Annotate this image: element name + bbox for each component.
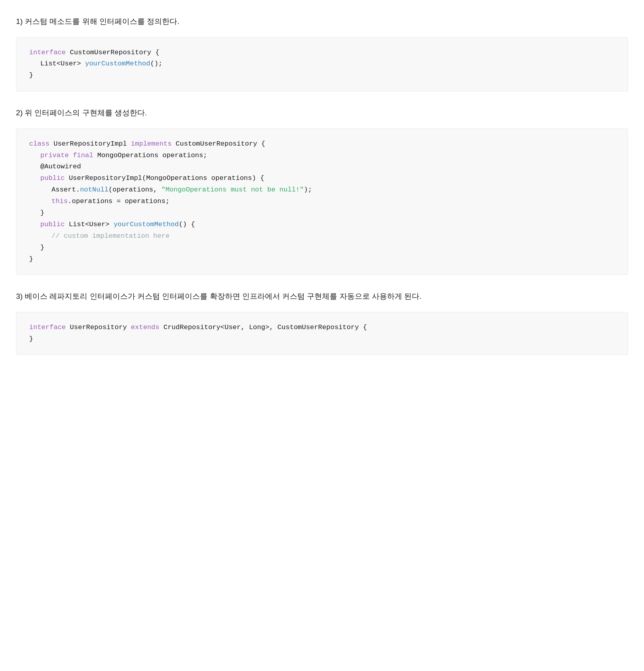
code-line-1-1: interface CustomUserRepository { <box>29 47 615 59</box>
code-line-2-1: class UserRepositoryImpl implements Cust… <box>29 138 615 150</box>
token-plain: @Autowired <box>40 163 81 170</box>
code-line-2-6: Assert.notNull(operations, "MongoOperati… <box>29 184 615 196</box>
token-plain: } <box>29 335 33 343</box>
token-comment: // custom implementation here <box>51 232 170 240</box>
token-plain <box>69 152 73 159</box>
token-plain: UserRepository <box>66 324 131 331</box>
token-plain: () { <box>179 221 195 228</box>
code-line-2-7: this.operations = operations; <box>29 196 615 207</box>
token-string-literal: "MongoOperations must not be null!" <box>161 186 304 193</box>
code-line-2-10: public List<User> yourCustomMethod() { <box>29 219 615 231</box>
token-plain: List<User> <box>65 221 113 228</box>
code-block-1: interface CustomUserRepository {List<Use… <box>16 37 628 92</box>
token-method-name: notNull <box>80 186 108 193</box>
section-1-title: 1) 커스텀 메소드를 위해 인터페이스를 정의한다. <box>16 16 628 28</box>
token-plain: CustomUserRepository { <box>66 49 160 56</box>
code-line-3-1: interface UserRepository extends CrudRep… <box>29 322 615 334</box>
token-kw-public: public <box>40 221 65 228</box>
token-kw-interface: interface <box>29 324 66 331</box>
token-plain: Assert. <box>51 186 80 193</box>
token-kw-extends: extends <box>131 324 159 331</box>
token-plain: .operations = operations; <box>68 197 170 205</box>
code-line-2-5: public UserRepositoryImpl(MongoOperation… <box>29 173 615 184</box>
token-plain: } <box>40 209 44 217</box>
token-method-name: yourCustomMethod <box>85 60 150 67</box>
token-plain: UserRepositoryImpl(MongoOperations opera… <box>65 174 264 182</box>
code-line-3-3: } <box>29 334 615 345</box>
token-kw-interface: interface <box>29 49 66 56</box>
token-plain: CustomUserRepository { <box>172 140 265 148</box>
token-method-name: yourCustomMethod <box>114 221 179 228</box>
code-line-2-11: // custom implementation here <box>29 231 615 242</box>
section-2-title: 2) 위 인터페이스의 구현체를 생성한다. <box>16 107 628 119</box>
token-kw-this: this <box>51 197 68 205</box>
token-kw-class: class <box>29 140 49 148</box>
token-plain: UserRepositoryImpl <box>49 140 131 148</box>
token-plain: (operations, <box>109 186 162 193</box>
token-plain: } <box>29 71 33 79</box>
section-1: 1) 커스텀 메소드를 위해 인터페이스를 정의한다.interface Cus… <box>16 16 628 91</box>
code-line-1-3: } <box>29 70 615 81</box>
token-kw-public: public <box>40 174 65 182</box>
code-line-2-4: @Autowired <box>29 161 615 173</box>
code-line-2-12: } <box>29 242 615 254</box>
token-kw-final: final <box>73 152 93 159</box>
code-line-2-13: } <box>29 254 615 265</box>
token-plain: ); <box>304 186 312 193</box>
code-line-1-2: List<User> yourCustomMethod(); <box>29 58 615 70</box>
code-block-2: class UserRepositoryImpl implements Cust… <box>16 128 628 275</box>
token-plain: MongoOperations operations; <box>93 152 207 159</box>
code-line-2-8: } <box>29 207 615 219</box>
token-kw-implements: implements <box>131 140 172 148</box>
code-line-2-2: private final MongoOperations operations… <box>29 150 615 162</box>
token-plain: List<User> <box>40 60 85 67</box>
section-2: 2) 위 인터페이스의 구현체를 생성한다.class UserReposito… <box>16 107 628 275</box>
token-kw-private: private <box>40 152 69 159</box>
section-3-title: 3) 베이스 레파지토리 인터페이스가 커스텀 인터페이스를 확장하면 인프라에… <box>16 291 628 302</box>
token-plain: } <box>40 244 44 251</box>
app-container: 1) 커스텀 메소드를 위해 인터페이스를 정의한다.interface Cus… <box>16 16 628 355</box>
section-3: 3) 베이스 레파지토리 인터페이스가 커스텀 인터페이스를 확장하면 인프라에… <box>16 291 628 355</box>
token-plain: CrudRepository<User, Long>, CustomUserRe… <box>159 324 367 331</box>
code-block-3: interface UserRepository extends CrudRep… <box>16 312 628 355</box>
token-plain: } <box>29 255 33 263</box>
token-plain: (); <box>150 60 162 67</box>
